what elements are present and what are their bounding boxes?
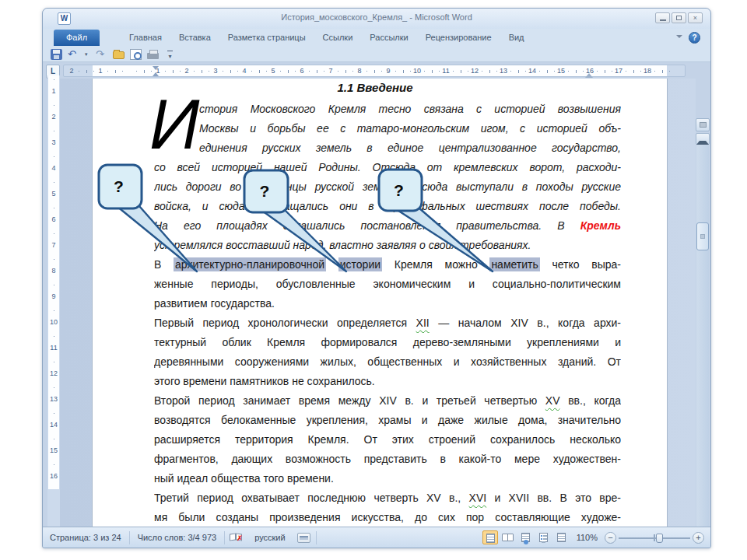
text-line[interactable]: женные периоды, обусловленные экономичес… <box>154 275 621 294</box>
text-line[interactable]: деревянными сооружениями жилых, обществе… <box>154 352 621 372</box>
text-line[interactable]: мя были созданы произведения искусства, … <box>154 508 621 527</box>
ruler-number: 10 <box>412 67 423 75</box>
ruler-number: 8 <box>47 267 60 275</box>
close-button[interactable]: × <box>688 12 703 23</box>
highlighted-word[interactable]: наметить <box>489 257 539 271</box>
ruler-toggle-button[interactable] <box>696 118 710 131</box>
highlighted-word[interactable]: истории <box>338 257 382 271</box>
view-draft-button[interactable] <box>554 530 570 544</box>
zoom-level[interactable]: 110% <box>572 533 602 542</box>
open-icon[interactable] <box>113 51 124 59</box>
paragraph-4[interactable]: Второй период занимает время между XIV в… <box>154 391 621 488</box>
vertical-scrollbar[interactable] <box>696 118 710 527</box>
paragraph-5[interactable]: Третий период охватывает последнюю четве… <box>154 488 621 527</box>
text-line[interactable]: Второй период занимает время между XIV в… <box>154 391 621 411</box>
tab-7[interactable]: Вид <box>500 30 533 46</box>
tab-3[interactable]: Разметка страницы <box>219 30 314 46</box>
quick-print-icon[interactable] <box>147 53 159 59</box>
tab-file[interactable]: Файл <box>54 30 100 46</box>
ruler-number: 1 <box>47 87 60 95</box>
ruler-number: 3 <box>210 67 221 75</box>
text-line[interactable]: стория Московского Кремля тесно связана … <box>199 100 621 119</box>
text-line[interactable]: В архитектурно-планировочной истории Кре… <box>154 255 621 275</box>
scroll-up-button[interactable] <box>696 133 710 145</box>
ruler-number: 7 <box>47 241 60 249</box>
ruler-number: 4 <box>239 67 250 75</box>
zoom-out-button[interactable]: − <box>605 532 616 544</box>
help-icon[interactable]: ? <box>689 32 700 44</box>
print-preview-icon[interactable] <box>130 49 142 60</box>
text-line[interactable]: устремлялся восставший народ, властно за… <box>154 236 621 255</box>
grammar-flagged-word[interactable]: XV <box>545 394 560 407</box>
minimize-button[interactable] <box>655 12 670 23</box>
ruler-number: 1 <box>153 67 163 75</box>
tab-5[interactable]: Рассылки <box>361 30 416 46</box>
text-line[interactable]: расширяется территория Кремля. От этих с… <box>154 430 621 450</box>
ruler-number: 8 <box>354 67 365 75</box>
zoom-slider[interactable] <box>619 532 690 544</box>
text-line[interactable]: возводятся белокаменные укрепления, храм… <box>154 411 621 430</box>
text-line[interactable]: войска, и сюда возвращались они в триумф… <box>154 197 621 216</box>
text-line[interactable]: развитием государства. <box>154 294 621 313</box>
ruler-number: 17 <box>613 67 624 75</box>
title-bar[interactable]: W История_московского_Кремля_ - Microsof… <box>43 9 710 29</box>
customize-icon[interactable]: ▾ <box>164 49 176 60</box>
restore-button[interactable] <box>672 12 686 23</box>
text-line[interactable]: лись дороги во все концы русской земли. … <box>154 177 621 197</box>
ruler-number: 5 <box>268 67 279 75</box>
window-title: История_московского_Кремля_ - Microsoft … <box>43 12 710 22</box>
grammar-flagged-word[interactable]: XII <box>416 317 430 329</box>
ruler-number: 11 <box>440 67 451 75</box>
proofing-error-icon[interactable]: ✗ <box>229 532 244 543</box>
redo-icon[interactable]: ↷ <box>96 49 107 60</box>
text-line[interactable]: этого времени памятников не сохранилось. <box>154 372 621 391</box>
text-line[interactable]: фрагментов, дающих возможность представи… <box>154 450 621 469</box>
paragraph-2[interactable]: В архитектурно-планировочной истории Кре… <box>154 255 621 313</box>
text-line[interactable]: ный идеал общества того времени. <box>154 469 621 488</box>
tab-1[interactable]: Главная <box>121 30 170 46</box>
view-web-layout-button[interactable] <box>518 530 534 544</box>
view-print-layout-button[interactable] <box>482 530 498 544</box>
ruler-number: 9 <box>383 67 394 75</box>
grammar-flagged-word[interactable]: XVI <box>469 492 487 504</box>
view-outline-button[interactable] <box>536 530 552 544</box>
scrollbar-thumb[interactable] <box>696 222 709 250</box>
ruler-number: 16 <box>47 472 60 480</box>
vertical-ruler[interactable]: 12345678910111213141516 <box>47 75 60 527</box>
view-full-screen-reading-button[interactable] <box>500 530 516 544</box>
text-line[interactable]: Москвы и борьбы ее с татаро-монгольским … <box>199 119 621 138</box>
text-column[interactable]: И стория Московского Кремля тесно связан… <box>154 100 621 527</box>
ruler-number: 13 <box>47 395 60 403</box>
undo-dropdown-icon[interactable]: ▾ <box>85 49 90 60</box>
zoom-in-button[interactable]: + <box>693 532 704 544</box>
save-icon[interactable] <box>51 49 62 60</box>
ruler-text-area <box>93 65 667 76</box>
ruler-number: 1 <box>95 67 106 75</box>
horizontal-ruler[interactable]: 21123456789101112131415161718 <box>63 65 686 77</box>
macro-record-icon[interactable] <box>297 533 310 543</box>
ruler-number: 10 <box>47 318 60 326</box>
scrollbar-track[interactable] <box>696 145 709 527</box>
highlighted-word[interactable]: архитектурно-планировочной <box>174 257 326 271</box>
page-indicator[interactable]: Страница: 3 из 24 <box>43 527 128 548</box>
word-count[interactable]: Число слов: 3/4 973 <box>131 527 224 548</box>
text-line[interactable]: На его площадях оглашались постановления… <box>154 216 621 236</box>
red-emphasis-word[interactable]: Кремль <box>580 219 621 232</box>
text-line[interactable]: Первый период хронологически определяетс… <box>154 313 621 333</box>
undo-icon[interactable]: ↶ <box>68 49 79 60</box>
tab-2[interactable]: Вставка <box>170 30 219 46</box>
paragraph-3[interactable]: Первый период хронологически определяетс… <box>154 313 621 391</box>
ruler-number: 6 <box>296 67 307 75</box>
tab-4[interactable]: Ссылки <box>314 30 362 46</box>
text-line[interactable]: тектурный облик Кремля формировался дере… <box>154 333 621 352</box>
tab-6[interactable]: Рецензирование <box>417 30 500 46</box>
language-indicator[interactable]: русский <box>247 527 292 548</box>
text-line[interactable]: со всей историей нашей Родины. Отсюда от… <box>154 158 621 177</box>
paragraph-1[interactable]: стория Московского Кремля тесно связана … <box>154 100 621 255</box>
zoom-slider-thumb[interactable] <box>656 534 663 543</box>
document-page[interactable]: 1.1 Введение И стория Московского Кремля… <box>92 79 668 527</box>
text-line[interactable]: единения русских земель в единое централ… <box>199 138 621 158</box>
expand-ribbon-icon[interactable] <box>676 35 682 41</box>
word-window: W История_московского_Кремля_ - Microsof… <box>42 8 711 548</box>
text-line[interactable]: Третий период охватывает последнюю четве… <box>154 488 621 508</box>
